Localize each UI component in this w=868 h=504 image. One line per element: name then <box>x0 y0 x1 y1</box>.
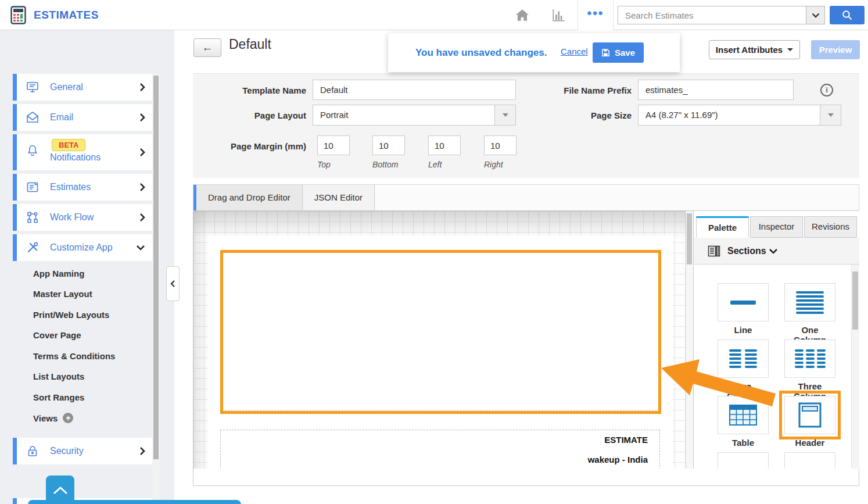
header-icon <box>798 402 822 428</box>
search-button[interactable] <box>830 6 865 24</box>
sidebar-subitem-views[interactable]: Views + <box>33 413 73 423</box>
sections-icon <box>708 245 720 257</box>
margin-top-input[interactable] <box>317 135 350 155</box>
app-window: ESTIMATES ••• <box>0 0 868 504</box>
insert-attributes-button[interactable]: Insert Attributes <box>709 40 800 59</box>
settings-sidebar: ⚙ Settings General Email <box>0 30 174 504</box>
chevron-down-icon <box>136 245 145 251</box>
sidebar-item-notifications[interactable]: BETA Notifications <box>13 134 152 170</box>
back-button[interactable]: ← <box>193 38 221 57</box>
chevron-right-icon <box>139 83 145 92</box>
palette-item-three-column[interactable] <box>784 339 835 378</box>
sidebar-subitem-master-layout[interactable]: Master Layout <box>33 289 92 299</box>
margin-right-caption: Right <box>484 160 503 169</box>
palette-item-partial[interactable] <box>718 452 769 469</box>
sidebar-item-label: Customize App <box>50 242 113 253</box>
template-name-input[interactable] <box>313 80 516 100</box>
sidebar-collapse-handle[interactable] <box>166 266 180 301</box>
chevron-up-icon <box>53 486 68 494</box>
sections-header[interactable]: Sections <box>694 238 859 264</box>
more-menu-button[interactable]: ••• <box>578 0 614 30</box>
page-size-select[interactable]: A4 (8.27" x 11.69") <box>638 105 841 126</box>
tab-drag-and-drop-editor[interactable]: Drag and Drop Editor <box>193 185 303 210</box>
palette-item-label: One Column <box>784 325 835 335</box>
estimate-info-section[interactable]: ESTIMATE wakeup - India <box>220 430 660 469</box>
more-dots-icon: ••• <box>587 6 604 20</box>
chevron-down-icon <box>769 248 778 254</box>
palette-item-label: Line <box>718 325 769 335</box>
sidebar-item-customize-app[interactable]: Customize App <box>13 234 152 261</box>
sidebar-item-workflow[interactable]: Work Flow <box>13 204 152 231</box>
tab-revisions[interactable]: Revisions <box>804 216 857 238</box>
margin-bottom-caption: Bottom <box>372 160 398 169</box>
save-button[interactable]: Save <box>593 42 644 63</box>
app-title: ESTIMATES <box>34 0 99 30</box>
sidebar-item-label: Security <box>50 446 84 456</box>
palette-scrollbar-thumb[interactable] <box>852 271 858 330</box>
two-column-icon <box>729 349 757 368</box>
app-logo-calculator-icon <box>10 6 26 24</box>
envelope-icon <box>26 110 40 124</box>
palette-item-one-column[interactable] <box>784 283 835 321</box>
tab-palette[interactable]: Palette <box>696 216 749 238</box>
sidebar-item-estimates[interactable]: Estimates <box>13 174 152 201</box>
search-input[interactable] <box>618 6 806 24</box>
add-view-icon[interactable]: + <box>63 413 73 423</box>
beta-badge: BETA <box>52 139 85 151</box>
palette-item-label: Header <box>784 438 835 448</box>
palette-item-table[interactable] <box>718 396 769 434</box>
palette-item-two-column[interactable] <box>718 339 769 378</box>
search-scope-dropdown[interactable] <box>806 6 825 24</box>
palette-item-partial[interactable] <box>784 452 835 469</box>
palette-item-line[interactable] <box>718 283 769 321</box>
sidebar-subitem-sort-ranges[interactable]: Sort Ranges <box>33 392 84 402</box>
file-name-prefix-input[interactable] <box>638 80 794 100</box>
palette-item-header[interactable] <box>784 396 835 434</box>
insert-attributes-label: Insert Attributes <box>716 45 783 55</box>
workflow-icon <box>26 210 40 224</box>
bottom-notification-bar[interactable] <box>28 500 241 504</box>
margin-left-input[interactable] <box>428 135 461 155</box>
sidebar-subitem-print-web-layouts[interactable]: Print/Web Layouts <box>33 310 109 320</box>
chevron-right-icon <box>139 213 145 222</box>
margin-bottom-input[interactable] <box>372 135 405 155</box>
page-layout-label: Page Layout <box>193 110 306 120</box>
sidebar-subitem-cover-page[interactable]: Cover Page <box>33 330 81 340</box>
preview-button[interactable]: Preview <box>811 40 860 59</box>
sidebar-item-general[interactable]: General <box>13 74 152 101</box>
page-layout-select[interactable]: Portrait <box>313 105 516 126</box>
selected-header-section[interactable] <box>220 250 661 414</box>
design-canvas[interactable]: ESTIMATE wakeup - India <box>193 211 686 469</box>
unsaved-message: You have unsaved changes. <box>415 33 547 72</box>
tab-json-editor[interactable]: JSON Editor <box>303 185 375 210</box>
sections-label: Sections <box>727 246 766 256</box>
document-page[interactable]: ESTIMATE wakeup - India <box>208 235 673 469</box>
canvas-scrollbar-thumb[interactable] <box>687 213 692 264</box>
palette-item-label: Three Column <box>784 381 835 392</box>
page-layout-value: Portrait <box>320 105 348 125</box>
sidebar-subitem-app-naming[interactable]: App Naming <box>33 269 84 278</box>
tab-inspector[interactable]: Inspector <box>750 216 803 238</box>
estimate-title-text: ESTIMATE <box>221 435 659 445</box>
bar-chart-icon[interactable] <box>551 8 566 23</box>
page-size-value: A4 (8.27" x 11.69") <box>645 105 718 125</box>
sidebar-item-security[interactable]: Security <box>13 438 152 464</box>
margin-right-input[interactable] <box>484 135 517 155</box>
sidebar-scrollbar-thumb[interactable] <box>153 76 159 459</box>
table-icon <box>729 405 757 426</box>
chevron-right-icon <box>139 113 145 122</box>
chevron-down-icon <box>812 13 820 18</box>
cancel-link[interactable]: Cancel <box>561 47 588 56</box>
three-column-icon <box>795 349 826 368</box>
sidebar-subitem-list-layouts[interactable]: List Layouts <box>33 371 84 381</box>
palette-tabs: Palette Inspector Revisions <box>696 216 857 238</box>
sidebar-subitem-terms-conditions[interactable]: Terms & Conditions <box>33 351 115 361</box>
search-icon <box>841 9 853 21</box>
sidebar-item-label: Email <box>50 112 73 123</box>
info-icon[interactable]: i <box>820 84 833 96</box>
sidebar-item-email[interactable]: Email <box>13 104 152 131</box>
palette-panel: Palette Inspector Revisions Sections <box>693 211 859 469</box>
home-icon[interactable] <box>515 8 530 23</box>
unsaved-changes-banner: You have unsaved changes. Cancel Save <box>388 33 680 72</box>
chevron-right-icon <box>139 183 145 192</box>
